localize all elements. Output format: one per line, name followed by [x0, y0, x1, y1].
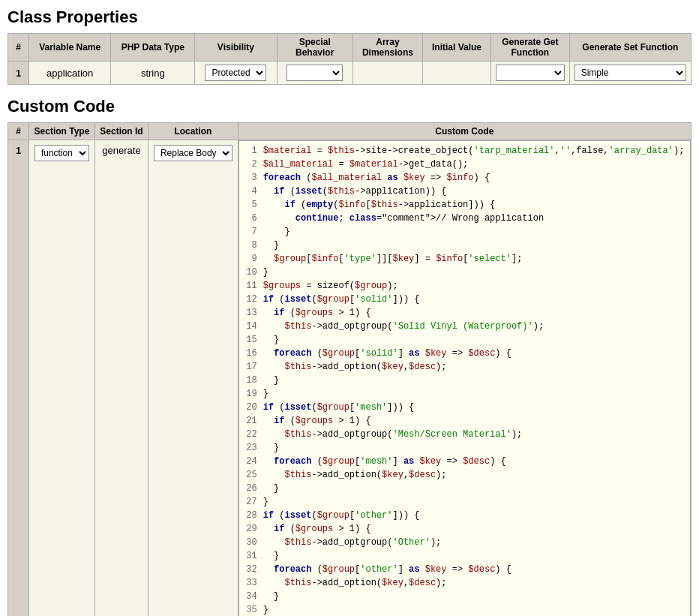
code-line-content: } [263, 590, 690, 603]
code-line-number: 32 [239, 563, 263, 576]
code-line-content: continue; class="comment">// Wrong appli… [263, 212, 690, 225]
code-line-number: 33 [239, 576, 263, 590]
code-line: 17 $this->add_option($key,$desc); [239, 360, 690, 374]
generate-get-select[interactable]: Simple Complex [496, 65, 565, 81]
code-line-content: } [263, 387, 690, 401]
code-line-number: 9 [239, 252, 263, 266]
code-line-number: 20 [239, 401, 263, 414]
code-line: 33 $this->add_option($key,$desc); [239, 576, 690, 590]
code-line-number: 29 [239, 522, 263, 536]
class-properties-section: Class Properties # Variable Name PHP Dat… [8, 8, 692, 85]
code-line-number: 28 [239, 509, 263, 522]
visibility-cell[interactable]: Public Protected Private [195, 62, 277, 85]
col-cc-num: # [8, 123, 29, 140]
col-section-type: Section Type [29, 123, 95, 140]
code-line-number: 26 [239, 482, 263, 495]
visibility-select[interactable]: Public Protected Private [205, 65, 266, 81]
special-behavior-cell[interactable]: Static Abstract [277, 62, 352, 85]
custom-code-header-row: # Section Type Section Id Location Custo… [8, 123, 692, 140]
code-line: 26 } [239, 482, 690, 495]
code-line-content: $this->add_option($key,$desc); [263, 576, 690, 590]
code-line-content: if (isset($group['mesh'])) { [263, 401, 690, 414]
code-line-number: 35 [239, 603, 263, 616]
code-line: 14 $this->add_optgroup('Solid Vinyl (Wat… [239, 320, 690, 333]
code-line: 35} [239, 603, 690, 616]
code-line-content: $this->add_option($key,$desc); [263, 360, 690, 374]
section-type-select[interactable]: function class method [34, 145, 89, 161]
code-line-content: $this->add_optgroup('Solid Vinyl (Waterp… [263, 320, 690, 333]
code-line-content: } [263, 374, 690, 387]
code-line: 23 } [239, 441, 690, 455]
code-line: 19} [239, 387, 690, 401]
code-line: 1$material = $this->site->create_object(… [239, 144, 690, 158]
code-line-content: $this->add_optgroup('Mesh/Screen Materia… [263, 428, 690, 441]
class-properties-title: Class Properties [8, 8, 692, 27]
code-line-content: if ($groups > 1) { [263, 414, 690, 428]
code-line-content: } [263, 333, 690, 347]
generate-set-select[interactable]: Simple Complex None [574, 65, 686, 81]
code-line-content: } [263, 495, 690, 509]
col-array-dimensions: ArrayDimensions [352, 34, 422, 62]
code-line-content: } [263, 482, 690, 495]
code-line-number: 23 [239, 441, 263, 455]
code-line-content: foreach ($group['other'] as $key => $des… [263, 563, 690, 576]
code-line: 27} [239, 495, 690, 509]
code-cell: 1$material = $this->site->create_object(… [238, 140, 691, 617]
code-line: 25 $this->add_option($key,$desc); [239, 468, 690, 482]
special-behavior-select[interactable]: Static Abstract [286, 65, 343, 81]
code-line: 29 if ($groups > 1) { [239, 522, 690, 536]
section-type-cell[interactable]: function class method [29, 140, 95, 617]
code-line-content: if (isset($this->application)) { [263, 185, 690, 198]
col-special-behavior: SpecialBehavior [277, 34, 352, 62]
row-num: 1 [8, 62, 29, 85]
col-num: # [8, 34, 29, 62]
code-line-content: $groups = sizeof($group); [263, 279, 690, 293]
code-line-content: if (empty($info[$this->application])) { [263, 198, 690, 212]
code-line-content: if ($groups > 1) { [263, 522, 690, 536]
code-line: 30 $this->add_optgroup('Other'); [239, 536, 690, 549]
code-line-content: if (isset($group['other'])) { [263, 509, 690, 522]
generate-get-cell[interactable]: Simple Complex [490, 62, 569, 85]
code-line-number: 4 [239, 185, 263, 198]
custom-code-table: # Section Type Section Id Location Custo… [8, 122, 692, 616]
code-line: 32 foreach ($group['other'] as $key => $… [239, 563, 690, 576]
code-line: 34 } [239, 590, 690, 603]
col-php-data-type: PHP Data Type [111, 34, 195, 62]
code-line: 12if (isset($group['solid'])) { [239, 293, 690, 306]
code-line-content: $all_material = $material->get_data(); [263, 158, 690, 171]
code-line-number: 8 [239, 239, 263, 252]
col-generate-set: Generate Set Function [569, 34, 691, 62]
code-line: 31 } [239, 549, 690, 563]
location-select[interactable]: Replace Body Before After [154, 145, 232, 161]
code-line: 11$groups = sizeof($group); [239, 279, 690, 293]
generate-set-cell[interactable]: Simple Complex None [569, 62, 691, 85]
code-line-content: foreach ($group['solid'] as $key => $des… [263, 347, 690, 360]
code-line-content: } [263, 225, 690, 239]
table-row: 1 function class method generate Replace… [8, 140, 692, 617]
location-cell[interactable]: Replace Body Before After [148, 140, 238, 617]
code-line-number: 21 [239, 414, 263, 428]
code-line-number: 3 [239, 171, 263, 185]
code-line-number: 31 [239, 549, 263, 563]
code-line-number: 25 [239, 468, 263, 482]
code-line: 10} [239, 266, 690, 279]
code-line: 5 if (empty($info[$this->application])) … [239, 198, 690, 212]
code-line-content: if ($groups > 1) { [263, 306, 690, 320]
code-line-number: 15 [239, 333, 263, 347]
code-container: 1$material = $this->site->create_object(… [238, 140, 691, 616]
code-line: 16 foreach ($group['solid'] as $key => $… [239, 347, 690, 360]
code-line: 24 foreach ($group['mesh'] as $key => $d… [239, 455, 690, 468]
code-line: 21 if ($groups > 1) { [239, 414, 690, 428]
code-line-number: 11 [239, 279, 263, 293]
code-line-number: 12 [239, 293, 263, 306]
code-line: 15 } [239, 333, 690, 347]
col-location: Location [148, 123, 238, 140]
code-line: 4 if (isset($this->application)) { [239, 185, 690, 198]
code-line-content: foreach ($all_material as $key => $info)… [263, 171, 690, 185]
code-line-number: 19 [239, 387, 263, 401]
code-line-content: $this->add_optgroup('Other'); [263, 536, 690, 549]
code-line: 9 $group[$info['type']][$key] = $info['s… [239, 252, 690, 266]
code-line-content: $this->add_option($key,$desc); [263, 468, 690, 482]
code-line: 3foreach ($all_material as $key => $info… [239, 171, 690, 185]
code-line-number: 30 [239, 536, 263, 549]
